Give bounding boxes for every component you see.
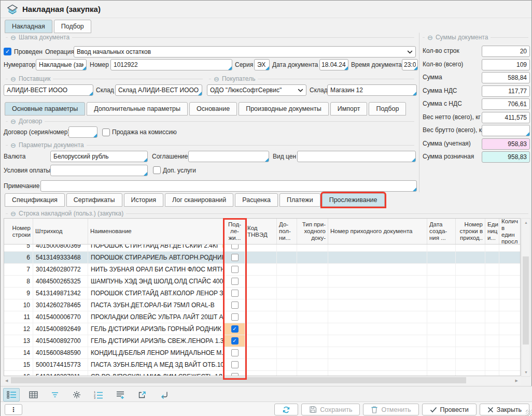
series-field[interactable]: ЭХ [254, 59, 270, 70]
price-type-field[interactable] [297, 151, 416, 162]
commission-checkbox[interactable] [102, 128, 110, 136]
field-ves-brutto[interactable] [482, 125, 530, 136]
row-checkbox[interactable] [231, 361, 239, 368]
tab-proslezhivanie[interactable]: Прослеживание [322, 193, 385, 207]
collapse-icon[interactable]: ⊖ [214, 76, 219, 82]
save-button[interactable]: Сохранить [301, 404, 360, 415]
col-nomer-stroki-v-prihodnom[interactable]: Номер строки в приход.. [456, 219, 485, 244]
filter-icon[interactable] [47, 388, 63, 401]
col-edinic[interactable]: Еди ниц и... [485, 219, 499, 244]
scroll-left-icon[interactable]: ◀ [5, 379, 8, 382]
field-summa[interactable]: 588,84 [482, 72, 530, 83]
col-tip-prihodnogo[interactable]: Тип при- ходного доку- [297, 219, 328, 244]
reload-icon[interactable] [156, 388, 172, 401]
vertical-scrollbar[interactable]: ▲ ▼ [521, 218, 530, 377]
collapse-icon[interactable]: ⊖ [10, 118, 16, 125]
scroll-up-icon[interactable]: ▲ [524, 221, 528, 224]
buyer-select[interactable]: ОДО "ЛюксСофтСервис" [207, 84, 306, 96]
posted-checkbox[interactable]: ✓ [4, 48, 11, 55]
col-nomer-prihodnogo-dokumenta[interactable]: Номер приходного документа [328, 219, 427, 244]
post-button[interactable]: Провести [422, 404, 477, 415]
tab-proizvodnye-dokumenty[interactable]: Производные документы [239, 102, 329, 116]
refresh-button[interactable] [274, 404, 298, 415]
numerator-field[interactable]: Накладные (зак [36, 59, 87, 70]
scroll-right-icon[interactable]: ▶ [515, 379, 518, 382]
table-row[interactable]: 155000174415773ПАСТА ЗУБН.БЛЕНД А МЕД ЗД… [4, 359, 520, 371]
more-actions-button[interactable]: ⋮ [5, 404, 22, 415]
row-checkbox[interactable] [231, 278, 239, 285]
resize-grip-icon[interactable] [526, 410, 532, 416]
collapse-icon[interactable]: ⊖ [427, 34, 433, 41]
row-checkbox[interactable] [231, 313, 239, 321]
field-ves-netto[interactable]: 411,575 [482, 112, 530, 123]
horizontal-scrollbar[interactable]: ◀ ▶ [4, 377, 521, 384]
grid-icon[interactable] [25, 388, 41, 401]
row-checkbox[interactable] [231, 349, 239, 356]
field-summa-uchetnaya[interactable]: 958,83 [482, 138, 530, 150]
horizontal-scroll-thumb[interactable] [11, 377, 466, 383]
col-dopolnitelno[interactable]: До- пол- ни... [277, 219, 297, 244]
row-checkbox[interactable] [231, 254, 239, 261]
collapse-icon[interactable]: ⊖ [10, 34, 16, 41]
tab-rascenka[interactable]: Расценка [235, 193, 278, 207]
collapse-icon[interactable]: ⊖ [10, 210, 16, 217]
row-checkbox[interactable] [231, 245, 239, 249]
close-button[interactable]: Закрыть [480, 404, 529, 415]
col-kolichestvo-v-edinicah[interactable]: Колич в един просл [499, 219, 521, 244]
tab-log-skanirovanij[interactable]: Лог сканирований [165, 193, 233, 207]
open-external-icon[interactable] [134, 388, 150, 401]
supplier-warehouse-field[interactable]: Склад АЛИДИ-ВЕСТ ИООО [115, 84, 202, 96]
table-row[interactable]: 54015000800369ПОРОШОК СТИР.ТАЙД АВТ.ДЕТС… [4, 245, 520, 252]
table-row[interactable]: 65413149333468ПОРОШОК СТИР.АРИЕЛЬ АВТ.ГО… [4, 252, 520, 264]
cancel-button[interactable]: Отменить [363, 404, 418, 415]
table-row[interactable]: 73014260280772НИТЬ ЗУБНАЯ ОРАЛ БИ САТИН … [4, 264, 520, 276]
col-naimenovanie[interactable]: Наименование [88, 219, 225, 244]
agreement-field[interactable] [188, 151, 269, 162]
tab-specifikaciya[interactable]: Спецификация [5, 193, 65, 207]
tab-osnovanie[interactable]: Основание [189, 102, 237, 116]
extra-services-checkbox[interactable] [153, 166, 161, 174]
number-field[interactable]: 1012922 [110, 59, 232, 70]
supplier-field[interactable]: АЛИДИ-ВЕСТ ИООО [4, 84, 93, 96]
operation-select[interactable]: Ввод начальных остатков [74, 46, 416, 58]
currency-field[interactable]: Белорусский рубль [50, 151, 148, 162]
settings-icon[interactable] [68, 388, 85, 401]
field-summa-roznichnaya[interactable]: 958,83 [482, 151, 530, 163]
table-row[interactable]: 134015400892700ГЕЛЬ Д/СТИРКИ АРИЭЛЬ СВЕЖ… [4, 335, 520, 347]
col-nomer-stroki[interactable]: Номер строки [4, 219, 33, 244]
tab-platezhi[interactable]: Платежи [279, 193, 320, 207]
table-row[interactable]: 165413149397811СР-ВО Д/ПОСУДЫ МИФ ЛИМ.СВ… [4, 371, 520, 376]
row-checkbox[interactable] [231, 290, 239, 297]
tab-podbor-2[interactable]: Подбор [369, 102, 406, 116]
col-podlezhit[interactable]: Под- ле- жи... [225, 219, 245, 244]
row-checkbox[interactable] [231, 373, 239, 376]
scroll-down-icon[interactable]: ▼ [524, 370, 528, 374]
table-row[interactable]: 124015400892649ГЕЛЬ Д/СТИРКИ АРИЭЛЬ ГОРН… [4, 323, 520, 335]
doc-date-field[interactable]: 18.04.24 [319, 59, 348, 70]
table-row[interactable]: 114015400006770ПРОКЛАДКИ ОЛВЕЙС УЛЬТРА Л… [4, 311, 520, 323]
tab-dopolnitelnye-parametry[interactable]: Дополнительные параметры [87, 102, 188, 116]
row-checkbox[interactable]: ✓ [231, 337, 239, 345]
collapse-icon[interactable]: ⊖ [10, 142, 16, 149]
collapse-icon[interactable]: ⊖ [10, 76, 16, 82]
table-row[interactable]: 95413149871342ПОРОШОК СТИР.ТАЙД АВТ.КОЛО… [4, 288, 520, 299]
tab-import[interactable]: Импорт [330, 102, 368, 116]
buyer-warehouse-field[interactable]: Магазин 12 [327, 84, 417, 96]
tab-osnovnye-parametry[interactable]: Основные параметры [5, 102, 85, 116]
tab-sertifikaty[interactable]: Сертификаты [66, 193, 122, 207]
col-shtrihkod[interactable]: Штрихкод [33, 219, 88, 244]
field-summa-nds[interactable]: 117,77 [482, 85, 530, 97]
table-row[interactable]: 144015600848590КОНДИЦ.Д/БЕЛЬЯ ЛЕНОР МИНД… [4, 347, 520, 359]
add-rows-icon[interactable] [112, 388, 129, 401]
tab-podbor[interactable]: Подбор [54, 20, 91, 33]
field-kolvo-vsego[interactable]: 109 [482, 59, 530, 70]
tab-istoriya[interactable]: История [124, 193, 163, 207]
row-checkbox[interactable]: ✓ [231, 325, 239, 333]
col-data-sozdaniya[interactable]: Дата созда- ния ... [427, 219, 456, 244]
payment-terms-field[interactable] [50, 165, 148, 176]
vertical-scroll-thumb[interactable] [523, 256, 529, 345]
tab-nakladnaya[interactable]: Накладная [5, 20, 52, 33]
field-kolvo-strok[interactable]: 20 [482, 46, 530, 57]
doc-time-field[interactable]: 23:02 [402, 59, 418, 70]
row-checkbox[interactable] [231, 302, 239, 309]
